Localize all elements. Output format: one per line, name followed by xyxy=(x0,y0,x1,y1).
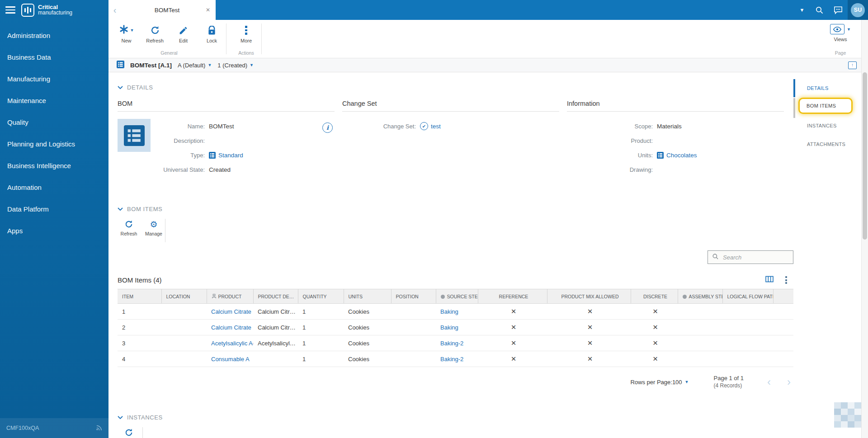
table-row[interactable]: 3 Acetylsalicylic Acid Acetylsalicylic A… xyxy=(118,335,793,351)
section-details-header[interactable]: DETAILS xyxy=(118,84,793,91)
breadcrumb-title: BOMTest [A.1] xyxy=(130,62,172,69)
entity-dot-icon xyxy=(441,295,445,299)
product-link[interactable]: Calcium Citrate xyxy=(211,324,251,331)
col-reference[interactable]: REFERENCE xyxy=(478,289,547,304)
section-nav-instances[interactable]: INSTANCES xyxy=(793,118,861,133)
previous-page-chevron-icon[interactable]: ‹ xyxy=(767,376,771,388)
new-dropdown-caret-icon[interactable]: ▼ xyxy=(130,28,134,33)
bom-items-refresh-button[interactable]: Refresh xyxy=(118,218,140,236)
table-menu-kebab-icon[interactable] xyxy=(785,276,787,284)
table-row[interactable]: 2 Calcium Citrate Calcium Citrate 1 Cook… xyxy=(118,320,793,335)
bom-items-manage-button[interactable]: ⚙ Manage xyxy=(142,218,165,236)
topbar-dropdown-caret-icon[interactable]: ▼ xyxy=(794,0,810,20)
product-link[interactable]: Consumable A xyxy=(211,356,250,363)
col-discrete[interactable]: DISCRETE xyxy=(631,289,678,304)
sidebar-item-quality[interactable]: Quality xyxy=(0,111,108,133)
col-filler xyxy=(773,289,793,304)
sidebar-item-data-platform[interactable]: Data Platform xyxy=(0,198,108,220)
revision-dropdown[interactable]: 1 (Created) ▼ xyxy=(217,62,254,69)
product-link[interactable]: Acetylsalicylic Acid xyxy=(211,340,253,347)
source-step-link[interactable]: Baking xyxy=(440,308,458,315)
edit-button[interactable]: Edit xyxy=(169,24,198,43)
type-label: Type: xyxy=(151,152,205,159)
search-icon[interactable] xyxy=(810,0,829,20)
version-dropdown[interactable]: A (Default) ▼ xyxy=(178,62,212,69)
col-location[interactable]: LOCATION xyxy=(161,289,207,304)
source-step-link[interactable]: Baking-2 xyxy=(440,356,463,363)
false-x-icon: ✕ xyxy=(511,308,516,315)
col-position[interactable]: POSITION xyxy=(391,289,436,304)
changeset-value-link[interactable]: test xyxy=(431,123,441,130)
more-button[interactable]: More xyxy=(231,24,261,43)
col-quantity[interactable]: QUANTITY xyxy=(298,289,344,304)
col-product-mix-allowed[interactable]: PRODUCT MIX ALLOWED xyxy=(547,289,631,304)
table-row[interactable]: 1 Calcium Citrate Calcium Citrate 1 Cook… xyxy=(118,304,793,320)
col-item[interactable]: ITEM xyxy=(118,289,161,304)
section-nav-bom-items[interactable]: BOM ITEMS xyxy=(798,98,853,114)
table-search[interactable] xyxy=(708,250,793,264)
search-input[interactable] xyxy=(722,254,789,261)
tab-bomtest[interactable]: BOMTest ✕ xyxy=(121,0,216,20)
col-product[interactable]: PRODUCT xyxy=(207,289,253,304)
refresh-icon xyxy=(118,218,140,231)
section-instances-header[interactable]: INSTANCES xyxy=(118,414,793,421)
source-step-link[interactable]: Baking xyxy=(440,324,458,331)
sidebar-item-manufacturing[interactable]: Manufacturing xyxy=(0,68,108,89)
messages-icon[interactable] xyxy=(829,0,848,20)
type-value-link[interactable]: Standard xyxy=(218,152,243,159)
page-scrollbar[interactable] xyxy=(861,20,868,438)
sidebar-item-apps[interactable]: Apps xyxy=(0,220,108,241)
info-icon[interactable]: i xyxy=(322,122,333,133)
false-x-icon: ✕ xyxy=(652,339,658,347)
avatar: SU xyxy=(851,3,865,17)
section-bom-items-header[interactable]: BOM ITEMS xyxy=(118,206,793,212)
next-page-chevron-icon[interactable]: › xyxy=(787,376,791,388)
chevron-down-icon xyxy=(118,207,123,211)
col-logical-flow-path[interactable]: LOGICAL FLOW PATH xyxy=(722,289,773,304)
col-units[interactable]: UNITS xyxy=(344,289,391,304)
col-source-step[interactable]: SOURCE STEP xyxy=(436,289,478,304)
tab-back-chevron-icon[interactable]: ‹ xyxy=(108,0,121,20)
sidebar-item-automation[interactable]: Automation xyxy=(0,176,108,198)
version-label: A (Default) xyxy=(178,62,205,69)
tab-strip: ‹ BOMTest ✕ xyxy=(108,0,216,20)
user-menu-button[interactable]: SU xyxy=(848,0,868,20)
product-link[interactable]: Calcium Citrate xyxy=(211,308,251,315)
section-nav-details[interactable]: DETAILS xyxy=(793,81,861,95)
section-nav-attachments[interactable]: ATTACHMENTS xyxy=(793,137,861,151)
table-row[interactable]: 4 Consumable A 1 Cookies Baking-2 ✕ ✕ ✕ xyxy=(118,351,793,367)
app-window: Critical manufacturing Administration Bu… xyxy=(0,0,868,438)
tab-close-icon[interactable]: ✕ xyxy=(206,7,210,13)
lock-button[interactable]: Lock xyxy=(198,24,226,43)
section-nav: DETAILS BOM ITEMS INSTANCES ATTACHMENTS xyxy=(793,72,861,438)
column-settings-icon[interactable] xyxy=(765,276,774,284)
more-kebab-icon xyxy=(245,26,247,35)
sidebar-item-maintenance[interactable]: Maintenance xyxy=(0,89,108,111)
rows-per-page-dropdown[interactable]: Rows per Page:100 ▼ xyxy=(630,379,689,386)
page-scrollbar-thumb[interactable] xyxy=(863,72,867,240)
views-button[interactable]: ▼ Views xyxy=(823,24,858,42)
section-nav-scroll-thumb[interactable] xyxy=(793,98,795,118)
tab-title: BOMTest xyxy=(131,7,203,14)
new-button[interactable]: ▼ New xyxy=(112,24,141,43)
section-details-label: DETAILS xyxy=(127,84,153,91)
product-label: Product: xyxy=(567,137,653,144)
source-step-link[interactable]: Baking-2 xyxy=(440,340,463,347)
sidebar-item-business-intelligence[interactable]: Business Intelligence xyxy=(0,155,108,176)
units-value-link[interactable]: Chocolates xyxy=(666,152,697,159)
col-product-description[interactable]: PRODUCT DESCRIPTION xyxy=(253,289,298,304)
expand-panel-icon[interactable]: ↑ xyxy=(848,61,857,69)
hamburger-menu-icon[interactable] xyxy=(5,6,15,14)
topbar: ‹ BOMTest ✕ ▼ SU xyxy=(108,0,868,20)
name-value: BOMTest xyxy=(209,123,234,130)
refresh-button[interactable]: Refresh xyxy=(141,24,169,43)
bom-icon xyxy=(657,152,664,159)
sidebar-item-business-data[interactable]: Business Data xyxy=(0,46,108,68)
details-columns: BOM i Name: BOMTest Description: xyxy=(118,100,793,177)
col-assembly-step[interactable]: ASSEMBLY STEP xyxy=(678,289,722,304)
instances-refresh-button[interactable] xyxy=(118,426,140,438)
lock-icon xyxy=(198,24,226,37)
false-x-icon: ✕ xyxy=(652,355,658,363)
sidebar-item-administration[interactable]: Administration xyxy=(0,24,108,46)
sidebar-item-planning-logistics[interactable]: Planning and Logistics xyxy=(0,133,108,155)
